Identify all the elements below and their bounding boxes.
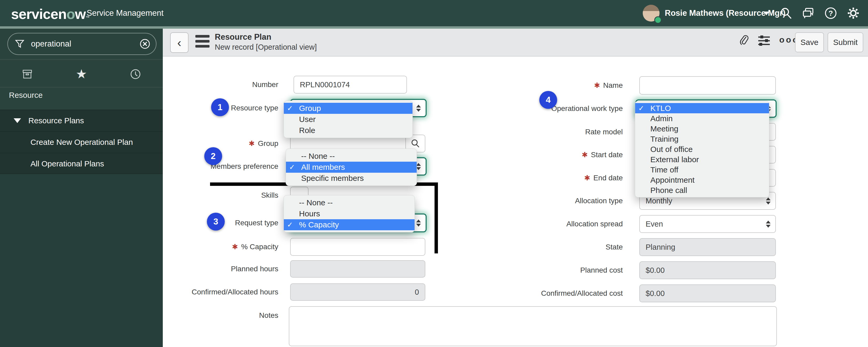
select-stepper-icon bbox=[416, 105, 421, 112]
dropdown-option-out-of-office[interactable]: Out of office bbox=[635, 144, 769, 154]
sidebar-item-create-new-operational-plan[interactable]: Create New Operational Plan bbox=[0, 131, 163, 153]
name-label: ✱Name bbox=[499, 76, 623, 95]
form-header-bar: ‹ Resource Plan New record [Operational … bbox=[163, 29, 868, 57]
dropdown-option-none[interactable]: -- None -- bbox=[284, 197, 414, 208]
members-preference-dropdown: -- None -- ✓All members Specific members bbox=[286, 148, 417, 186]
attachment-icon[interactable] bbox=[737, 33, 751, 48]
dropdown-option-meeting[interactable]: Meeting bbox=[635, 123, 769, 134]
svg-text:?: ? bbox=[828, 9, 833, 17]
required-icon: ✱ bbox=[582, 151, 588, 159]
confirmed-cost-input: $0.00 bbox=[639, 284, 776, 302]
header-divider bbox=[0, 26, 868, 29]
sidebar-item-label: Resource Plans bbox=[28, 116, 84, 125]
section-collapse-icon[interactable] bbox=[14, 118, 21, 123]
nav-items: Resource Plans Create New Operational Pl… bbox=[0, 110, 163, 174]
servicenow-app: servicenow™ Service Management Rosie Mat… bbox=[0, 0, 868, 347]
chevron-down-icon[interactable] bbox=[764, 11, 769, 15]
dropdown-option-training[interactable]: Training bbox=[635, 134, 769, 144]
chat-icon[interactable] bbox=[801, 6, 815, 20]
step-marker-2: 2 bbox=[204, 147, 222, 165]
dropdown-option-admin[interactable]: Admin bbox=[635, 113, 769, 123]
dropdown-option-none[interactable]: -- None -- bbox=[286, 151, 417, 162]
start-date-label: ✱Start date bbox=[499, 146, 623, 164]
dropdown-option-percent-capacity[interactable]: ✓% Capacity bbox=[284, 219, 414, 230]
dropdown-option-specific-members[interactable]: Specific members bbox=[286, 173, 417, 184]
form-subtitle: New record [Operational view] bbox=[215, 43, 317, 52]
end-date-label: ✱End date bbox=[499, 169, 623, 186]
check-icon: ✓ bbox=[287, 221, 299, 229]
operational-work-type-dropdown: ✓KTLO Admin Meeting Training Out of offi… bbox=[635, 101, 769, 197]
dropdown-option-all-members[interactable]: ✓All members bbox=[286, 162, 417, 173]
form-title: Resource Plan bbox=[215, 32, 271, 42]
state-input: Planning bbox=[639, 238, 776, 256]
dropdown-option-hours[interactable]: Hours bbox=[284, 208, 414, 219]
operational-work-type-label: Operational work type bbox=[499, 99, 623, 118]
dropdown-option-phone-call[interactable]: Phone call bbox=[635, 185, 769, 195]
check-icon: ✓ bbox=[287, 104, 299, 113]
step-marker-1: 1 bbox=[211, 98, 229, 116]
required-icon: ✱ bbox=[594, 81, 600, 90]
planned-hours-label: Planned hours bbox=[158, 260, 278, 278]
check-icon: ✓ bbox=[638, 104, 650, 113]
annotation-line-vertical bbox=[435, 182, 438, 253]
dropdown-option-external-labor[interactable]: External labor bbox=[635, 154, 769, 165]
product-title: Service Management bbox=[87, 8, 163, 18]
form-context-menu-icon[interactable] bbox=[195, 35, 210, 50]
percent-capacity-input[interactable] bbox=[290, 238, 425, 256]
dropdown-option-role[interactable]: Role bbox=[284, 125, 412, 136]
navigator-tabs: ★ bbox=[0, 60, 163, 88]
number-input[interactable]: RPLN0001074 bbox=[293, 76, 407, 94]
filter-navigator-search[interactable]: operational bbox=[7, 33, 156, 55]
planned-hours-input bbox=[290, 260, 425, 278]
sidebar-empty-area bbox=[0, 173, 163, 347]
back-icon: ‹ bbox=[177, 35, 181, 50]
sidebar-item-all-operational-plans[interactable]: All Operational Plans bbox=[0, 153, 163, 174]
required-icon: ✱ bbox=[249, 139, 255, 148]
planned-cost-input: $0.00 bbox=[639, 261, 776, 279]
dropdown-option-time-off[interactable]: Time off bbox=[635, 165, 769, 175]
notes-textarea[interactable] bbox=[289, 306, 777, 346]
allocation-type-label: Allocation type bbox=[499, 192, 623, 210]
dropdown-option-ktlo[interactable]: ✓KTLO bbox=[635, 103, 769, 113]
divider bbox=[0, 59, 163, 60]
personalize-form-icon[interactable] bbox=[757, 33, 771, 48]
dropdown-option-user[interactable]: User bbox=[284, 114, 412, 125]
help-icon[interactable]: ? bbox=[824, 6, 838, 20]
check-icon: ✓ bbox=[289, 163, 301, 171]
history-icon[interactable] bbox=[129, 68, 142, 80]
all-applications-icon[interactable] bbox=[21, 68, 33, 80]
sidebar-item-label: All Operational Plans bbox=[30, 159, 104, 168]
sidebar-item-resource-plans[interactable]: Resource Plans bbox=[0, 110, 163, 131]
request-type-dropdown: -- None -- Hours ✓% Capacity bbox=[284, 195, 415, 232]
name-input[interactable] bbox=[639, 76, 776, 95]
notes-label: Notes bbox=[158, 310, 278, 321]
lookup-icon bbox=[410, 138, 421, 149]
allocation-spread-select[interactable]: Even bbox=[639, 215, 776, 233]
planned-cost-label: Planned cost bbox=[499, 261, 623, 279]
confirmed-hours-label: Confirmed/Allocated hours bbox=[158, 283, 278, 301]
select-stepper-icon bbox=[766, 221, 771, 228]
required-icon: ✱ bbox=[232, 243, 238, 251]
confirmed-hours-input: 0 bbox=[290, 283, 425, 301]
back-button[interactable]: ‹ bbox=[170, 32, 188, 53]
save-button[interactable]: Save bbox=[795, 32, 824, 52]
search-input[interactable]: operational bbox=[31, 39, 139, 49]
dropdown-option-group[interactable]: ✓Group bbox=[284, 103, 412, 114]
submit-button[interactable]: Submit bbox=[828, 32, 863, 52]
dropdown-option-appointment[interactable]: Appointment bbox=[635, 175, 769, 185]
divider bbox=[0, 87, 163, 88]
gear-icon[interactable] bbox=[846, 6, 860, 20]
nav-section-title: Resource bbox=[9, 91, 42, 99]
presence-dot bbox=[654, 16, 662, 24]
allocation-spread-label: Allocation spread bbox=[499, 215, 623, 233]
search-icon[interactable] bbox=[779, 6, 793, 20]
number-label: Number bbox=[158, 76, 278, 94]
percent-capacity-label: ✱% Capacity bbox=[158, 238, 278, 256]
required-icon: ✱ bbox=[584, 174, 590, 182]
sidebar-item-label: Create New Operational Plan bbox=[30, 138, 133, 147]
servicenow-logo[interactable]: servicenow™ bbox=[11, 6, 89, 22]
rate-model-label: Rate model bbox=[499, 123, 623, 141]
favorites-icon[interactable]: ★ bbox=[75, 68, 87, 81]
resource-type-dropdown: ✓Group User Role bbox=[284, 101, 413, 138]
clear-search-icon[interactable] bbox=[139, 38, 151, 50]
